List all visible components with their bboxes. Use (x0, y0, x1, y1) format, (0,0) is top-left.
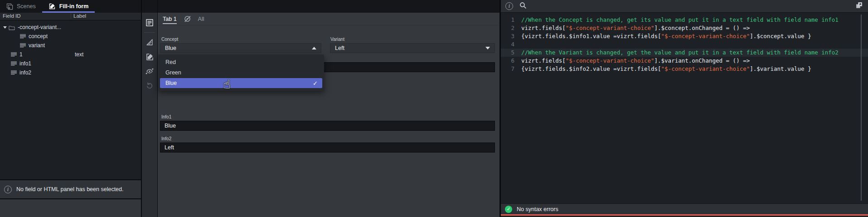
form-tab-all-label: All (198, 16, 204, 22)
code-line: 7 {vizrt.fields.$info2.value =vizrt.fiel… (501, 65, 868, 73)
tree-column-header: Field ID Label (0, 13, 141, 20)
cursor-hand-icon: ☝ (223, 77, 230, 92)
info-icon[interactable]: i (505, 2, 513, 10)
info2-label: Info2 (161, 136, 171, 141)
tab-scenes-label: Scenes (17, 3, 36, 10)
dropdown-option[interactable]: Red (160, 57, 322, 67)
status-accent-line (501, 214, 868, 216)
tree-field-label: text (75, 51, 83, 58)
tree-item-icon (11, 61, 17, 66)
edit-form-icon (48, 3, 56, 10)
code-segment-comment: //When the Concept is changed, get its v… (521, 16, 839, 24)
code-segment-comment: //When the Variant is changed, get the v… (521, 49, 839, 57)
tree-row[interactable]: variant (2, 41, 141, 50)
ruler-icon[interactable] (144, 36, 155, 48)
info1-value: Blue (165, 123, 176, 129)
code-segment-string: "$-concept-variant-choice" (566, 57, 655, 65)
script-editor-panel: i 1 //When the Concept is changed, get i… (501, 0, 868, 217)
tool-separator (144, 32, 155, 33)
tree-item-icon (11, 52, 17, 57)
tree-field-id: info2 (19, 69, 31, 76)
popout-icon[interactable] (855, 1, 863, 11)
form-tab-tab1[interactable]: Tab 1 (163, 13, 177, 25)
column-label: Label (71, 13, 86, 19)
syntax-status-text: No syntax errors (517, 206, 558, 212)
tree-item-icon (20, 34, 26, 39)
variant-dropdown-value: Left (335, 45, 344, 51)
tree-row[interactable]: concept (2, 32, 141, 41)
code-scrollbar[interactable] (861, 15, 862, 201)
code-segment-code: ].$concept.value } (750, 32, 811, 40)
concept-dropdown[interactable]: Blue (160, 43, 321, 53)
no-field-selected-message: No field or HTML panel has been selected… (16, 186, 123, 192)
code-segment-code: ].$variant.value } (750, 65, 811, 73)
code-line: 2 vizrt.fields["$-concept-variant-choice… (501, 24, 868, 32)
tree-row[interactable]: 1 text (2, 50, 141, 59)
form-panel: Tab 1 All Concept Blue Variant Left (158, 13, 499, 217)
tree-item-icon (9, 25, 15, 30)
redo-icon[interactable] (144, 80, 155, 92)
code-line: 6 vizrt.fields["$-concept-variant-choice… (501, 57, 868, 65)
edit-icon[interactable] (144, 51, 155, 63)
line-number: 1 (501, 16, 514, 24)
form-tab-tab1-label: Tab 1 (163, 16, 177, 22)
tree-item-icon (20, 43, 26, 48)
dropdown-option-label: Green (165, 69, 181, 76)
code-line: 3 {vizrt.fields.$info1.value =vizrt.fiel… (501, 32, 868, 40)
code-segment-code: vizrt.fields[ (521, 24, 566, 32)
info1-label: Info1 (161, 114, 171, 119)
code-segment-code: ].$concept.onChanged = () => (655, 24, 750, 32)
fill-in-form-editor: Scenes Fill-in form Field ID Label -conc… (0, 0, 868, 217)
tree-item-icon (11, 70, 17, 75)
tree-row[interactable]: -concept-variant... (2, 23, 141, 32)
form-tab-all[interactable]: All (198, 13, 204, 25)
preview-eye-icon[interactable] (144, 65, 155, 77)
form-fields-icon[interactable] (144, 17, 155, 29)
code-line: 5 //When the Variant is changed, get the… (501, 49, 868, 57)
left-bottom-panel (0, 199, 141, 217)
dropdown-option-label: Blue (165, 80, 177, 86)
chevron-down-icon (485, 47, 490, 49)
field-tree-panel: Field ID Label -concept-variant... conce… (0, 13, 141, 179)
tree-field-id: 1 (19, 51, 23, 58)
search-icon[interactable] (519, 1, 527, 11)
info1-input[interactable]: Blue (160, 121, 495, 131)
check-icon: ✓ (313, 80, 318, 87)
concept-label: Concept (161, 37, 178, 42)
scenes-icon (6, 3, 13, 10)
eye-slash-icon[interactable] (184, 15, 191, 23)
code-editor[interactable]: 1 //When the Concept is changed, get its… (501, 13, 868, 73)
dropdown-option-label: Red (165, 59, 176, 65)
tree-row[interactable]: info2 (2, 68, 141, 77)
tree-row[interactable]: info1 (2, 59, 141, 68)
line-number: 4 (501, 40, 514, 49)
variant-label: Variant (330, 37, 344, 42)
column-field-id: Field ID (3, 13, 21, 19)
code-segment-code: vizrt.fields[ (521, 57, 566, 65)
tree-field-id: variant (29, 42, 45, 49)
line-number: 7 (501, 65, 514, 73)
line-number: 2 (501, 24, 514, 32)
concept-dropdown-menu: Red Green Blue ✓ (158, 54, 324, 91)
no-field-selected-bar: i No field or HTML panel has been select… (0, 179, 141, 199)
caret-down-icon[interactable] (2, 26, 8, 29)
tree-rows: -concept-variant... concept variant 1 te… (0, 20, 141, 77)
line-number: 3 (501, 32, 514, 40)
tree-field-id: -concept-variant... (18, 24, 61, 30)
dropdown-option[interactable]: Blue ✓ (160, 78, 322, 88)
code-segment-code: ].$variant.onChanged = () => (655, 57, 750, 65)
top-header: Scenes Fill-in form (0, 0, 499, 13)
form-tab-bar: Tab 1 All (158, 13, 499, 25)
code-segment-string: "$-concept-variant-choice" (661, 32, 750, 40)
tab-scenes[interactable]: Scenes (0, 0, 42, 13)
line-number: 5 (501, 49, 514, 57)
code-segment-code: {vizrt.fields.$info2.value =vizrt.fields… (521, 65, 661, 73)
concept-dropdown-value: Blue (165, 45, 176, 51)
chevron-up-icon (312, 47, 316, 49)
code-segment-code: {vizrt.fields.$info1.value =vizrt.fields… (521, 32, 661, 40)
info2-input[interactable]: Left (160, 143, 495, 153)
tab-fill-in-form[interactable]: Fill-in form (42, 0, 95, 13)
variant-dropdown[interactable]: Left (330, 43, 495, 53)
dropdown-option[interactable]: Green (160, 68, 322, 78)
code-segment-string: "$-concept-variant-choice" (566, 24, 655, 32)
